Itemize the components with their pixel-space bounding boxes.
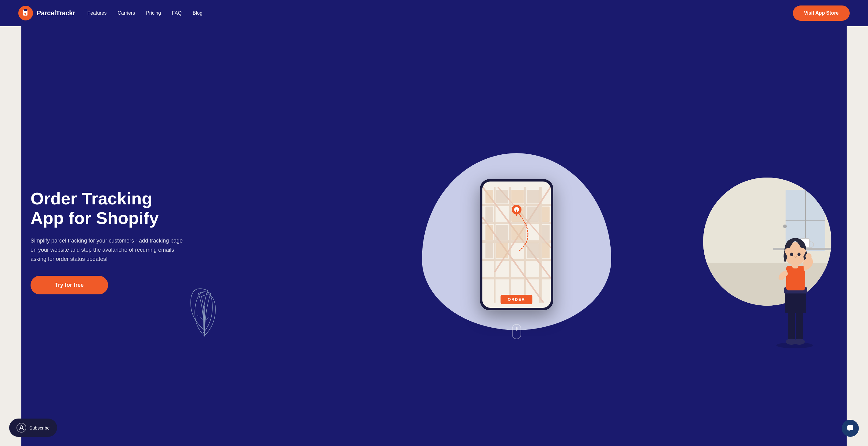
svg-rect-29: [486, 190, 493, 203]
svg-rect-36: [542, 207, 550, 222]
svg-rect-2: [24, 9, 27, 11]
hero-section: Order Tracking App for Shopify Simplify …: [0, 26, 868, 445]
svg-rect-54: [786, 266, 805, 290]
user-icon: [19, 425, 24, 431]
leaves-left-svg: [186, 281, 223, 342]
subscribe-label: Subscribe: [29, 425, 50, 431]
nav-links: Features Carriers Pricing FAQ Blog: [87, 10, 203, 16]
svg-rect-44: [542, 243, 550, 259]
hero-illustration: ORDER: [183, 135, 850, 348]
svg-rect-40: [542, 225, 550, 240]
leaves-left: [186, 281, 223, 342]
svg-rect-49: [796, 309, 803, 342]
nav-features[interactable]: Features: [87, 10, 106, 15]
svg-point-58: [798, 252, 801, 256]
scroll-indicator: [512, 324, 521, 339]
svg-rect-41: [486, 243, 493, 259]
svg-rect-39: [512, 225, 524, 240]
scroll-dot: [516, 327, 518, 331]
svg-rect-37: [486, 225, 493, 240]
svg-rect-35: [527, 207, 539, 222]
hero-content: Order Tracking App for Shopify Simplify …: [31, 189, 183, 295]
nav-left: ParcelTrackr Features Carriers Pricing F…: [18, 6, 203, 21]
subscribe-button[interactable]: Subscribe: [9, 418, 57, 437]
logo-link[interactable]: ParcelTrackr: [18, 6, 75, 21]
svg-rect-32: [527, 190, 539, 203]
nav-blog[interactable]: Blog: [193, 10, 203, 15]
map-svg: [483, 181, 551, 308]
svg-rect-42: [496, 243, 508, 259]
hero-title: Order Tracking App for Shopify: [31, 189, 183, 228]
chat-icon: [846, 424, 854, 432]
svg-rect-38: [496, 225, 508, 240]
phone: ORDER: [480, 179, 553, 310]
side-strip-right: [847, 0, 868, 446]
svg-point-60: [20, 425, 23, 428]
phone-container: ORDER: [480, 179, 553, 310]
svg-rect-30: [496, 190, 508, 203]
svg-rect-48: [788, 309, 795, 342]
phone-screen: [483, 181, 551, 308]
svg-rect-43: [527, 243, 539, 259]
logo-text: ParcelTrackr: [37, 9, 75, 17]
navbar: ParcelTrackr Features Carriers Pricing F…: [0, 0, 868, 26]
hero-description: Simplify parcel tracking for your custom…: [31, 236, 183, 264]
nav-carriers[interactable]: Carriers: [118, 10, 135, 15]
girl-figure: [764, 220, 825, 348]
svg-point-59: [805, 253, 811, 259]
try-for-free-button[interactable]: Try for free: [31, 276, 108, 295]
logo-icon: [18, 6, 33, 21]
order-badge: ORDER: [500, 295, 532, 304]
side-strip-left: [0, 0, 21, 446]
svg-point-57: [790, 252, 793, 256]
nav-pricing[interactable]: Pricing: [146, 10, 161, 15]
svg-point-3: [24, 13, 26, 15]
svg-rect-33: [486, 207, 493, 222]
svg-point-51: [794, 339, 805, 345]
subscribe-icon: [17, 423, 26, 433]
girl-svg: [764, 220, 825, 348]
svg-rect-31: [512, 190, 524, 203]
chat-button[interactable]: [842, 420, 859, 437]
nav-faq[interactable]: FAQ: [172, 10, 182, 15]
visit-app-store-button[interactable]: Visit App Store: [793, 5, 850, 21]
